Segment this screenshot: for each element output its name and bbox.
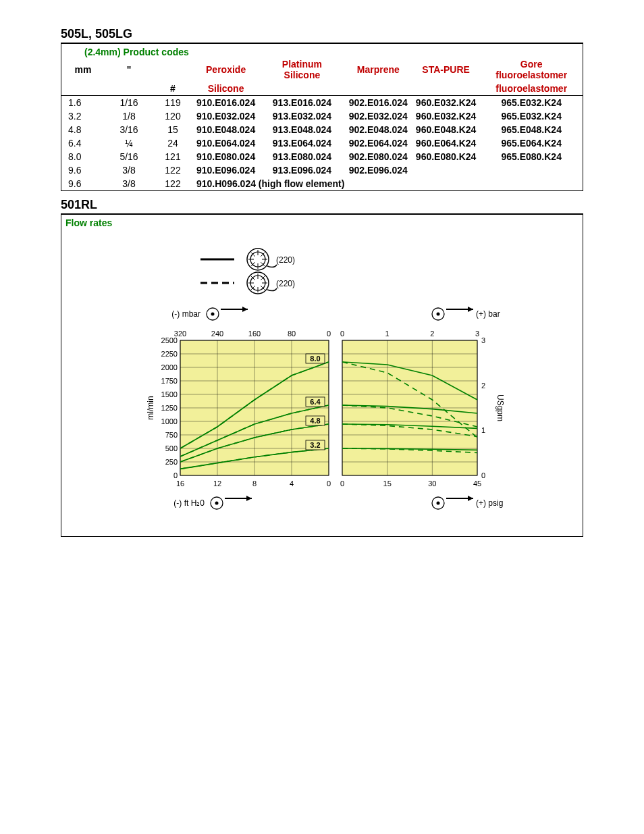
cell: 121 <box>153 150 192 163</box>
cell <box>480 163 583 177</box>
svg-text:0: 0 <box>340 479 344 488</box>
cell: 902.E048.024 <box>345 123 412 136</box>
svg-text:80: 80 <box>288 330 296 338</box>
cell: 9.6 <box>61 163 105 177</box>
col-inch: " <box>105 57 153 82</box>
svg-text:1500: 1500 <box>161 390 178 398</box>
svg-text:45: 45 <box>473 479 481 488</box>
svg-text:0: 0 <box>327 330 331 338</box>
cell: ¼ <box>105 136 153 150</box>
svg-text:0: 0 <box>173 471 178 479</box>
svg-text:1000: 1000 <box>161 417 178 425</box>
svg-text:8: 8 <box>252 479 257 488</box>
svg-text:320: 320 <box>174 330 186 338</box>
svg-text:(+) bar: (+) bar <box>476 309 500 319</box>
cell <box>412 163 481 177</box>
svg-text:15: 15 <box>383 479 392 488</box>
svg-text:3: 3 <box>481 336 485 344</box>
cell: 965.E032.K24 <box>480 109 583 123</box>
cell: 965.E064.K24 <box>480 136 583 150</box>
cell: 902.E016.024 <box>345 96 412 110</box>
svg-text:4: 4 <box>290 479 294 488</box>
cell: 910.E032.024 <box>192 109 259 123</box>
svg-text:2250: 2250 <box>161 350 178 358</box>
svg-point-26 <box>211 313 215 316</box>
cell: 913.E032.024 <box>259 109 344 123</box>
cell: 120 <box>153 109 192 123</box>
cell: 1.6 <box>61 96 105 110</box>
cell: 3.2 <box>61 109 105 123</box>
svg-text:16: 16 <box>176 479 184 488</box>
svg-text:2: 2 <box>430 330 434 338</box>
table-row: 6.4¼24910.E064.024913.E064.024902.E064.0… <box>61 136 583 150</box>
svg-text:750: 750 <box>165 431 178 439</box>
cell: 960.E080.K24 <box>412 150 481 163</box>
col-stapure: STA-PURE <box>412 57 481 82</box>
svg-text:1750: 1750 <box>161 377 178 385</box>
col-peroxide-sub: Silicone <box>192 82 259 96</box>
cell: 965.E080.K24 <box>480 150 583 163</box>
cell: 902.E032.024 <box>345 109 412 123</box>
svg-text:3: 3 <box>475 330 479 338</box>
flow-title: Flow rates <box>61 215 583 228</box>
cell: 960.E032.K24 <box>412 109 481 123</box>
col-hash <box>153 57 192 82</box>
cell: 122 <box>153 163 192 177</box>
cell: 910.E048.024 <box>192 123 259 136</box>
svg-text:1250: 1250 <box>161 404 178 412</box>
cell: 910.E080.024 <box>192 150 259 163</box>
cell: 3/8 <box>105 177 153 190</box>
svg-text:(-) ft H₂0: (-) ft H₂0 <box>173 498 205 508</box>
svg-text:(220): (220) <box>276 279 295 288</box>
cell: 902.E096.024 <box>345 163 412 177</box>
svg-text:6.4: 6.4 <box>310 398 321 406</box>
cell: 965.E048.K24 <box>480 123 583 136</box>
svg-point-112 <box>215 502 219 505</box>
svg-point-30 <box>437 313 440 316</box>
svg-text:2000: 2000 <box>161 363 178 371</box>
svg-text:4.8: 4.8 <box>310 417 320 425</box>
cell: 910.E064.024 <box>192 136 259 150</box>
table-row: 4.83/1615910.E048.024913.E048.024902.E04… <box>61 123 583 136</box>
svg-marker-118 <box>468 496 473 501</box>
svg-marker-28 <box>242 307 248 312</box>
svg-text:0: 0 <box>340 330 344 338</box>
flow-rates-panel: Flow rates (220)(220)(-) mbar(+) bar0250… <box>61 214 583 537</box>
svg-text:240: 240 <box>211 330 223 338</box>
svg-marker-114 <box>246 496 252 501</box>
cell: 5/16 <box>105 150 153 163</box>
flow-rates-chart: (220)(220)(-) mbar(+) bar025050075010001… <box>140 232 504 523</box>
cell: 910.H096.024 (high flow element) <box>192 177 583 190</box>
cell: 960.E064.K24 <box>412 136 481 150</box>
cell: 902.E064.024 <box>345 136 412 150</box>
cell: 902.E080.024 <box>345 150 412 163</box>
cell: 122 <box>153 177 192 190</box>
col-hash-symbol: # <box>153 82 192 96</box>
col-platinum: Platinum Silicone <box>259 57 344 82</box>
cell: 913.E048.024 <box>259 123 344 136</box>
cell: 913.E096.024 <box>259 163 344 177</box>
cell: 910.E016.024 <box>192 96 259 110</box>
cell: 960.E048.K24 <box>412 123 481 136</box>
table-row: 9.63/8122910.H096.024 (high flow element… <box>61 177 583 190</box>
cell: 960.E032.K24 <box>412 96 481 110</box>
cell: 1/8 <box>105 109 153 123</box>
svg-text:500: 500 <box>165 444 178 452</box>
cell: 913.E064.024 <box>259 136 344 150</box>
svg-text:USgpm: USgpm <box>495 394 504 421</box>
svg-text:250: 250 <box>165 458 178 466</box>
section-title-505l: 505L, 505LG <box>61 27 583 41</box>
table-row: 9.63/8122910.E096.024913.E096.024902.E09… <box>61 163 583 177</box>
cell: 4.8 <box>61 123 105 136</box>
cell: 9.6 <box>61 177 105 190</box>
svg-text:12: 12 <box>213 479 221 488</box>
col-gore: Gore fluoroelastomer <box>480 57 583 82</box>
cell: 3/8 <box>105 163 153 177</box>
cell: 24 <box>153 136 192 150</box>
col-marprene: Marprene <box>345 57 412 82</box>
table-row: 3.21/8120910.E032.024913.E032.024902.E03… <box>61 109 583 123</box>
cell: 3/16 <box>105 123 153 136</box>
cell: 119 <box>153 96 192 110</box>
svg-marker-32 <box>468 307 473 312</box>
svg-text:(-) mbar: (-) mbar <box>171 309 200 319</box>
